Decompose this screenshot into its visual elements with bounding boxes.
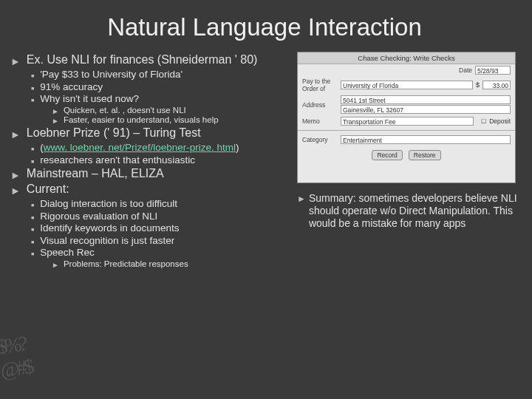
arrow-icon: ► bbox=[52, 117, 59, 125]
right-column: Chase Checking: Write Checks Date 5/28/9… bbox=[297, 52, 519, 269]
restore-button: Restore bbox=[409, 150, 441, 160]
addr-label: Address bbox=[302, 101, 338, 109]
arrow-icon: ► bbox=[10, 55, 21, 67]
loebner-link[interactable]: www. loebner. net/Prizef/loebner-prize. … bbox=[44, 142, 236, 153]
addr-field-1: 5041 1st Street bbox=[341, 95, 511, 104]
check-screenshot: Chase Checking: Write Checks Date 5/28/9… bbox=[297, 52, 516, 183]
mock-titlebar: Chase Checking: Write Checks bbox=[298, 52, 515, 64]
bullet-text: Faster, easier to understand, visuals he… bbox=[64, 115, 291, 125]
memo-field: Transportation Fee bbox=[341, 117, 474, 126]
left-column: ► Ex. Use NLI for finances (Shneiderman … bbox=[10, 52, 291, 269]
square-icon: ■ bbox=[31, 73, 34, 78]
square-icon: ■ bbox=[31, 251, 34, 256]
summary-text: Summary: sometimes developers believe NL… bbox=[309, 192, 519, 229]
amount-field: 33.00 bbox=[482, 81, 511, 89]
bullet-text: researchers aren't that enthusiastic bbox=[40, 154, 291, 166]
bullet-current: ► Current: bbox=[10, 183, 291, 197]
bullet-text: Problems: Predictable responses bbox=[64, 259, 291, 269]
arrow-icon: ► bbox=[10, 185, 21, 197]
bullet-text: Visual recognition is just faster bbox=[40, 235, 291, 247]
sub-bullet: ■Identify keywords in documents bbox=[31, 222, 291, 234]
sub-bullet: ■researchers aren't that enthusiastic bbox=[31, 154, 291, 166]
sub-bullet: ■Rigorous evaluation of NLI bbox=[31, 211, 291, 222]
decorative-symbols: $%?@#$ bbox=[0, 330, 46, 399]
bullet-text: Loebner Prize (' 91) – Turing Test bbox=[27, 126, 291, 140]
arrow-icon: ► bbox=[52, 261, 59, 269]
sub-bullet: ■Visual recognition is just faster bbox=[31, 235, 291, 247]
slide-title: Natural Language Interaction bbox=[10, 13, 519, 41]
cat-field: Entertainment bbox=[341, 135, 511, 144]
subsub-bullet: ►Problems: Predictable responses bbox=[52, 259, 291, 269]
square-icon: ■ bbox=[31, 159, 34, 164]
subsub-bullet: ►Faster, easier to understand, visuals h… bbox=[52, 115, 291, 125]
bullet-text: 91% accuracy bbox=[40, 81, 291, 93]
arrow-icon: ► bbox=[297, 194, 306, 229]
date-label: Date bbox=[459, 66, 472, 74]
bullet-text: Identify keywords in documents bbox=[40, 222, 291, 234]
deposit-label: Deposit bbox=[489, 117, 511, 125]
bullet-text: (www. loebner. net/Prizef/loebner-prize.… bbox=[40, 142, 291, 154]
square-icon: ■ bbox=[31, 86, 34, 91]
bullet-text: Dialog interaction is too difficult bbox=[40, 198, 291, 210]
square-icon: ■ bbox=[31, 215, 34, 220]
summary-bullet: ► Summary: sometimes developers believe … bbox=[297, 192, 519, 229]
payto-label: Pay to the Order of bbox=[302, 78, 338, 92]
bullet-mainstream: ► Mainstream – HAL, ELIZA bbox=[10, 167, 291, 181]
paren-close: ) bbox=[236, 142, 239, 153]
sub-bullet: ■'Pay $33 to University of Florida' bbox=[31, 69, 291, 81]
sub-bullet: ■Why isn't it used now? bbox=[31, 93, 291, 105]
square-icon: ■ bbox=[31, 146, 34, 151]
payto-field: University of Florida bbox=[341, 81, 473, 89]
bullet-ex-nli: ► Ex. Use NLI for finances (Shneiderman … bbox=[10, 53, 291, 67]
square-icon: ■ bbox=[31, 239, 34, 245]
bullet-loebner: ► Loebner Prize (' 91) – Turing Test bbox=[10, 126, 291, 140]
square-icon: ■ bbox=[31, 227, 34, 232]
addr-field-2: Gainesville, FL 32607 bbox=[341, 105, 511, 114]
cat-label: Category bbox=[302, 136, 338, 143]
sub-bullet-link: ■ (www. loebner. net/Prizef/loebner-priz… bbox=[31, 142, 291, 154]
bullet-text: Mainstream – HAL, ELIZA bbox=[27, 167, 291, 180]
bullet-text: Why isn't it used now? bbox=[40, 93, 291, 105]
sub-bullet: ■91% accuracy bbox=[31, 81, 291, 93]
record-button: Record bbox=[372, 150, 402, 160]
bullet-text: Rigorous evaluation of NLI bbox=[40, 211, 291, 222]
memo-label: Memo bbox=[302, 117, 338, 125]
bullet-text: Current: bbox=[27, 183, 291, 196]
arrow-icon: ► bbox=[52, 107, 59, 115]
arrow-icon: ► bbox=[10, 169, 21, 181]
arrow-icon: ► bbox=[10, 129, 21, 140]
content-area: ► Ex. Use NLI for finances (Shneiderman … bbox=[10, 52, 519, 269]
bullet-text: 'Pay $33 to University of Florida' bbox=[40, 69, 291, 81]
sub-bullet: ■Dialog interaction is too difficult bbox=[31, 198, 291, 210]
bullet-text: Speech Rec bbox=[40, 247, 291, 259]
sub-bullet: ■Speech Rec bbox=[31, 247, 291, 259]
bullet-text: Ex. Use NLI for finances (Shneiderman ' … bbox=[27, 53, 291, 66]
bullet-text: Quicken, et. al. , doesn't use NLI bbox=[64, 106, 291, 115]
square-icon: ■ bbox=[31, 202, 34, 208]
date-field: 5/28/93 bbox=[475, 66, 511, 75]
square-icon: ■ bbox=[31, 98, 34, 103]
subsub-bullet: ►Quicken, et. al. , doesn't use NLI bbox=[52, 106, 291, 115]
